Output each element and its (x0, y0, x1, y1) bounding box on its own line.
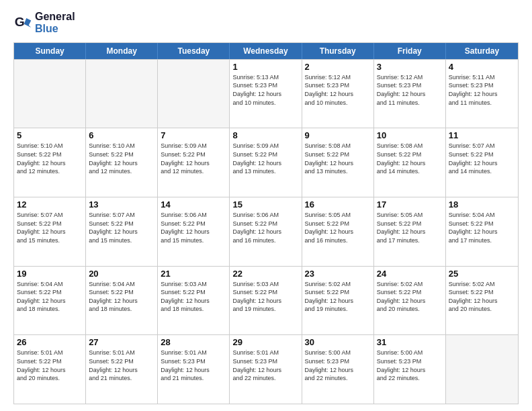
day-number: 12 (17, 199, 83, 210)
day-number: 22 (232, 269, 298, 279)
calendar-row: 19Sunrise: 5:04 AM Sunset: 5:22 PM Dayli… (14, 266, 518, 335)
calendar-cell: 5Sunrise: 5:10 AM Sunset: 5:22 PM Daylig… (14, 128, 86, 197)
day-number: 28 (161, 337, 226, 347)
day-number: 13 (89, 199, 154, 210)
calendar-cell: 26Sunrise: 5:01 AM Sunset: 5:22 PM Dayli… (14, 335, 86, 404)
day-info: Sunrise: 5:03 AM Sunset: 5:22 PM Dayligh… (232, 280, 298, 314)
logo-text: General Blue (35, 11, 75, 36)
day-number: 2 (305, 62, 371, 72)
day-number: 29 (232, 337, 298, 347)
calendar-header: SundayMondayTuesdayWednesdayThursdayFrid… (14, 43, 518, 59)
calendar-cell: 1Sunrise: 5:13 AM Sunset: 5:23 PM Daylig… (230, 60, 302, 128)
calendar-cell: 16Sunrise: 5:05 AM Sunset: 5:22 PM Dayli… (302, 197, 374, 266)
day-number: 8 (232, 130, 298, 140)
calendar-cell: 21Sunrise: 5:03 AM Sunset: 5:22 PM Dayli… (158, 267, 230, 335)
day-info: Sunrise: 5:06 AM Sunset: 5:22 PM Dayligh… (232, 211, 298, 244)
day-info: Sunrise: 5:00 AM Sunset: 5:23 PM Dayligh… (377, 349, 443, 382)
logo: G General Blue (13, 11, 75, 36)
day-info: Sunrise: 5:07 AM Sunset: 5:22 PM Dayligh… (89, 211, 154, 244)
calendar-cell: 6Sunrise: 5:10 AM Sunset: 5:22 PM Daylig… (86, 128, 158, 197)
day-number: 10 (377, 130, 443, 140)
day-info: Sunrise: 5:09 AM Sunset: 5:22 PM Dayligh… (161, 142, 226, 175)
day-number: 31 (377, 337, 443, 347)
day-number: 11 (449, 130, 515, 140)
day-number: 18 (449, 199, 515, 210)
calendar-cell: 29Sunrise: 5:01 AM Sunset: 5:23 PM Dayli… (230, 335, 302, 404)
day-info: Sunrise: 5:02 AM Sunset: 5:22 PM Dayligh… (377, 280, 443, 314)
calendar-cell: 7Sunrise: 5:09 AM Sunset: 5:22 PM Daylig… (158, 128, 230, 197)
day-number: 27 (89, 337, 154, 347)
day-info: Sunrise: 5:11 AM Sunset: 5:23 PM Dayligh… (449, 73, 515, 107)
day-info: Sunrise: 5:09 AM Sunset: 5:22 PM Dayligh… (232, 142, 298, 175)
svg-marker-1 (24, 18, 32, 28)
day-number: 6 (89, 130, 154, 140)
calendar-cell: 3Sunrise: 5:12 AM Sunset: 5:23 PM Daylig… (374, 60, 446, 128)
calendar-cell (14, 60, 86, 128)
day-number: 17 (377, 199, 443, 210)
day-info: Sunrise: 5:10 AM Sunset: 5:22 PM Dayligh… (89, 142, 154, 175)
calendar-row: 26Sunrise: 5:01 AM Sunset: 5:22 PM Dayli… (14, 334, 518, 404)
calendar-cell: 11Sunrise: 5:07 AM Sunset: 5:22 PM Dayli… (446, 128, 518, 197)
calendar-cell: 14Sunrise: 5:06 AM Sunset: 5:22 PM Dayli… (158, 197, 230, 266)
calendar-cell: 8Sunrise: 5:09 AM Sunset: 5:22 PM Daylig… (230, 128, 302, 197)
day-info: Sunrise: 5:04 AM Sunset: 5:22 PM Dayligh… (17, 280, 83, 314)
header: G General Blue (13, 11, 519, 36)
calendar-cell: 23Sunrise: 5:02 AM Sunset: 5:22 PM Dayli… (302, 267, 374, 335)
day-info: Sunrise: 5:07 AM Sunset: 5:22 PM Dayligh… (17, 211, 83, 244)
day-number: 21 (161, 269, 226, 279)
calendar-cell: 4Sunrise: 5:11 AM Sunset: 5:23 PM Daylig… (446, 60, 518, 128)
calendar-cell: 22Sunrise: 5:03 AM Sunset: 5:22 PM Dayli… (230, 267, 302, 335)
day-number: 16 (305, 199, 371, 210)
day-info: Sunrise: 5:01 AM Sunset: 5:23 PM Dayligh… (161, 349, 226, 382)
calendar-body: 1Sunrise: 5:13 AM Sunset: 5:23 PM Daylig… (14, 59, 518, 404)
day-number: 23 (305, 269, 371, 279)
calendar-cell: 31Sunrise: 5:00 AM Sunset: 5:23 PM Dayli… (374, 335, 446, 404)
day-info: Sunrise: 5:01 AM Sunset: 5:23 PM Dayligh… (232, 349, 298, 382)
day-number: 9 (305, 130, 371, 140)
svg-text:G: G (15, 15, 25, 30)
calendar: SundayMondayTuesdayWednesdayThursdayFrid… (13, 42, 519, 404)
day-info: Sunrise: 5:12 AM Sunset: 5:23 PM Dayligh… (305, 73, 371, 107)
calendar-cell: 28Sunrise: 5:01 AM Sunset: 5:23 PM Dayli… (158, 335, 230, 404)
calendar-cell: 12Sunrise: 5:07 AM Sunset: 5:22 PM Dayli… (14, 197, 86, 266)
weekday-header: Monday (86, 43, 158, 59)
day-info: Sunrise: 5:01 AM Sunset: 5:22 PM Dayligh… (89, 349, 154, 382)
calendar-cell (86, 60, 158, 128)
calendar-cell: 18Sunrise: 5:04 AM Sunset: 5:22 PM Dayli… (446, 197, 518, 266)
calendar-cell: 2Sunrise: 5:12 AM Sunset: 5:23 PM Daylig… (302, 60, 374, 128)
calendar-row: 12Sunrise: 5:07 AM Sunset: 5:22 PM Dayli… (14, 197, 518, 266)
day-info: Sunrise: 5:13 AM Sunset: 5:23 PM Dayligh… (232, 73, 298, 107)
weekday-header: Thursday (302, 43, 374, 59)
day-info: Sunrise: 5:04 AM Sunset: 5:22 PM Dayligh… (449, 211, 515, 244)
day-info: Sunrise: 5:08 AM Sunset: 5:22 PM Dayligh… (377, 142, 443, 175)
calendar-cell: 27Sunrise: 5:01 AM Sunset: 5:22 PM Dayli… (86, 335, 158, 404)
calendar-cell (446, 335, 518, 404)
calendar-cell: 24Sunrise: 5:02 AM Sunset: 5:22 PM Dayli… (374, 267, 446, 335)
day-number: 25 (449, 269, 515, 279)
day-info: Sunrise: 5:06 AM Sunset: 5:22 PM Dayligh… (161, 211, 226, 244)
day-info: Sunrise: 5:07 AM Sunset: 5:22 PM Dayligh… (449, 142, 515, 175)
day-number: 5 (17, 130, 83, 140)
day-number: 3 (377, 62, 443, 72)
day-info: Sunrise: 5:04 AM Sunset: 5:22 PM Dayligh… (89, 280, 154, 314)
calendar-cell: 15Sunrise: 5:06 AM Sunset: 5:22 PM Dayli… (230, 197, 302, 266)
page: G General Blue SundayMondayTuesdayWednes… (0, 0, 532, 411)
calendar-cell: 10Sunrise: 5:08 AM Sunset: 5:22 PM Dayli… (374, 128, 446, 197)
calendar-cell (158, 60, 230, 128)
day-info: Sunrise: 5:02 AM Sunset: 5:22 PM Dayligh… (449, 280, 515, 314)
day-number: 20 (89, 269, 154, 279)
day-info: Sunrise: 5:00 AM Sunset: 5:23 PM Dayligh… (305, 349, 371, 382)
calendar-row: 1Sunrise: 5:13 AM Sunset: 5:23 PM Daylig… (14, 59, 518, 128)
logo-icon: G (13, 13, 32, 32)
weekday-header: Wednesday (230, 43, 302, 59)
day-number: 26 (17, 337, 83, 347)
weekday-header: Friday (374, 43, 446, 59)
day-info: Sunrise: 5:05 AM Sunset: 5:22 PM Dayligh… (377, 211, 443, 244)
day-info: Sunrise: 5:08 AM Sunset: 5:22 PM Dayligh… (305, 142, 371, 175)
calendar-cell: 9Sunrise: 5:08 AM Sunset: 5:22 PM Daylig… (302, 128, 374, 197)
day-number: 15 (232, 199, 298, 210)
weekday-header: Tuesday (158, 43, 230, 59)
day-info: Sunrise: 5:01 AM Sunset: 5:22 PM Dayligh… (17, 349, 83, 382)
calendar-cell: 20Sunrise: 5:04 AM Sunset: 5:22 PM Dayli… (86, 267, 158, 335)
day-number: 1 (232, 62, 298, 72)
